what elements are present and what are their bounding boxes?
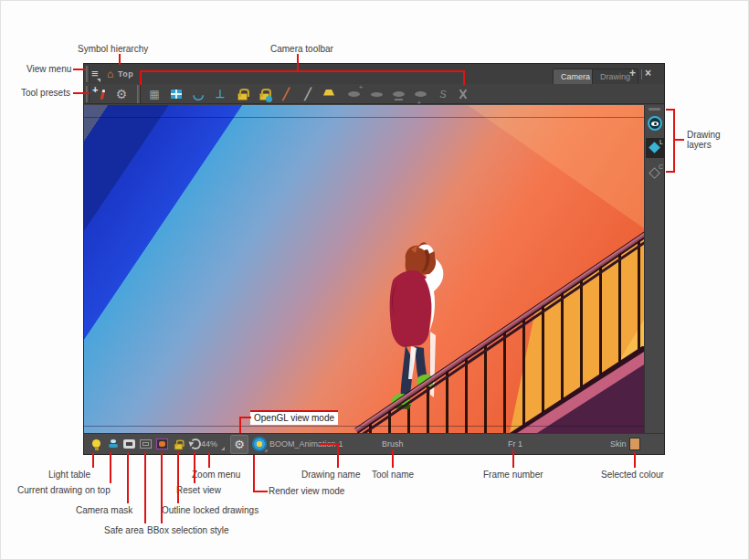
drawing-underlay-icon bbox=[393, 91, 405, 97]
camera-mask-icon bbox=[123, 439, 135, 449]
annotation-render-view-mode: Render view mode bbox=[269, 486, 344, 496]
light-table-icon bbox=[323, 90, 334, 96]
opengl-view-mode-button[interactable]: ⚙ bbox=[230, 435, 248, 454]
current-drawing-on-top-toggle[interactable] bbox=[107, 437, 119, 450]
add-drawing-button[interactable] bbox=[345, 86, 362, 102]
drawing-on-top-icon bbox=[109, 439, 118, 449]
safe-area-icon bbox=[171, 90, 182, 99]
selected-colour-name: Skin bbox=[610, 439, 627, 449]
eye-icon bbox=[651, 122, 659, 126]
reset-view-icon bbox=[190, 438, 201, 449]
camera-view-panel: ≡ ⌂ Top Camera Drawing + × ⚙ ▦ ◡ ⊥ ╱ ╱ bbox=[83, 63, 665, 455]
onion-skin-prev-button[interactable]: ╱ bbox=[278, 86, 294, 102]
frame-number-value: Fr 1 bbox=[508, 439, 522, 449]
camera-view-canvas[interactable] bbox=[84, 105, 644, 433]
annotation-line bbox=[110, 452, 111, 483]
bbox-icon bbox=[156, 438, 168, 449]
annotation-line bbox=[253, 455, 255, 492]
line-layer-badge: L bbox=[659, 139, 663, 145]
camera-frame-bottom-line bbox=[84, 426, 644, 427]
outline-locked-drawings-toggle[interactable] bbox=[173, 437, 185, 450]
annotation-zoom-menu: Zoom menu bbox=[192, 470, 240, 480]
strip-drag-handle[interactable] bbox=[649, 108, 660, 111]
header-drag-grip[interactable] bbox=[86, 66, 90, 82]
light-bulb-icon bbox=[92, 439, 100, 448]
annotation-camera-toolbar: Camera toolbar bbox=[270, 44, 333, 54]
annotation-selected-colour: Selected colour bbox=[601, 470, 664, 480]
toolbar-drag-grip[interactable] bbox=[86, 86, 90, 102]
annotation-symbol-hierarchy: Symbol hierarchy bbox=[78, 44, 148, 54]
layer-item-line[interactable]: L bbox=[646, 138, 664, 158]
tool-presets-button[interactable] bbox=[91, 86, 108, 102]
selected-colour-swatch[interactable] bbox=[629, 438, 640, 450]
layer-item-colour[interactable]: C bbox=[646, 164, 664, 182]
annotation-line bbox=[666, 109, 673, 111]
annotation-drawing-layers: Drawing layers bbox=[687, 130, 734, 150]
annotation-line bbox=[194, 452, 195, 483]
drawing-icon bbox=[371, 92, 383, 97]
camera-toolbar: ⚙ ▦ ◡ ⊥ ╱ ╱ S bbox=[84, 84, 664, 104]
drawing-overlay-button[interactable] bbox=[412, 86, 428, 102]
show-grid-button[interactable]: ▦ bbox=[146, 86, 163, 102]
divider bbox=[641, 69, 642, 79]
view-menu-caret-icon bbox=[97, 79, 100, 82]
branch-button[interactable] bbox=[455, 86, 471, 102]
annotation-safe-area: Safe area bbox=[104, 525, 143, 535]
reset-view-button[interactable] bbox=[189, 437, 201, 450]
annotation-line bbox=[392, 449, 394, 468]
camera-mask-toggle[interactable] bbox=[123, 437, 135, 450]
annotation-line bbox=[177, 452, 179, 503]
annotation-line bbox=[127, 452, 129, 503]
view-header-row: ≡ ⌂ Top Camera Drawing + × bbox=[84, 64, 664, 84]
home-icon[interactable]: ⌂ bbox=[107, 69, 113, 79]
toolbar-separator-grip[interactable] bbox=[137, 85, 141, 103]
tool-name-value: Brush bbox=[382, 439, 404, 449]
layer-visibility-eye-button[interactable] bbox=[648, 116, 662, 131]
safe-area-toggle[interactable] bbox=[140, 437, 152, 450]
light-table-toggle[interactable] bbox=[90, 437, 102, 450]
branch-icon bbox=[458, 89, 469, 100]
annotation-line bbox=[92, 452, 94, 468]
annotation-line bbox=[297, 54, 299, 72]
annotation-outline-locked-drawings: Outline locked drawings bbox=[162, 505, 258, 515]
camera-mask-button[interactable]: ◡ bbox=[190, 86, 206, 102]
annotation-view-menu: View menu bbox=[26, 64, 71, 74]
annotation-line bbox=[239, 417, 241, 433]
annotation-line bbox=[144, 452, 146, 523]
line-layer-icon bbox=[649, 142, 660, 153]
curve-button[interactable]: S bbox=[435, 86, 451, 102]
annotation-line bbox=[208, 452, 210, 468]
annotation-line bbox=[319, 443, 339, 445]
light-table-toolbar-button[interactable] bbox=[321, 86, 337, 102]
drawing-button[interactable] bbox=[368, 86, 385, 102]
annotation-camera-mask: Camera mask bbox=[76, 505, 132, 515]
outline-lock-icon bbox=[174, 443, 183, 449]
lock-add-icon bbox=[259, 93, 269, 100]
lock-add-button[interactable] bbox=[256, 86, 272, 102]
safe-area-status-icon bbox=[140, 439, 152, 449]
lock-button[interactable] bbox=[234, 86, 250, 102]
annotation-current-drawing-on-top: Current drawing on top bbox=[17, 485, 111, 495]
drawing-overlay-icon bbox=[415, 91, 427, 97]
annotation-line bbox=[675, 139, 684, 141]
camera-view-statusbar: 44% ⚙ BOOM_Animation-1 Brush Fr 1 Skin bbox=[84, 433, 664, 454]
annotation-tool-name: Tool name bbox=[372, 470, 414, 480]
onion-skin-next-button[interactable]: ╱ bbox=[300, 86, 316, 102]
add-view-button[interactable]: + bbox=[629, 68, 636, 79]
render-caret-icon bbox=[264, 449, 267, 451]
settings-gear-button[interactable]: ⚙ bbox=[113, 86, 130, 102]
annotation-line bbox=[463, 72, 465, 85]
annotation-line bbox=[255, 491, 268, 492]
tool-presets-icon bbox=[92, 87, 107, 101]
annotation-bbox-selection-style: BBox selection style bbox=[147, 525, 229, 535]
symbol-hierarchy-path[interactable]: Top bbox=[118, 69, 133, 79]
align-guides-button[interactable]: ⊥ bbox=[212, 86, 228, 102]
close-view-button[interactable]: × bbox=[645, 68, 651, 79]
annotation-line bbox=[161, 452, 163, 523]
annotation-light-table: Light table bbox=[48, 470, 90, 480]
safe-area-button[interactable] bbox=[168, 86, 185, 102]
zoom-menu[interactable]: 44% bbox=[201, 439, 217, 449]
annotation-line bbox=[512, 449, 514, 468]
bbox-selection-style-toggle[interactable] bbox=[156, 437, 168, 450]
drawing-underlay-button[interactable] bbox=[390, 86, 406, 102]
